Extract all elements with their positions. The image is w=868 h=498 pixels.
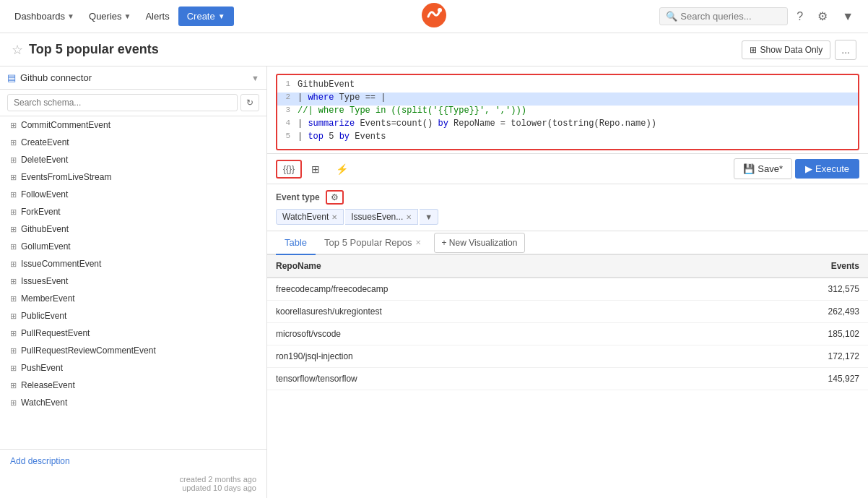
line-content-5: | top 5 by Events [298,132,386,142]
nav-dashboards[interactable]: Dashboards ▼ [9,8,80,25]
schema-item-label: IssueCommentEvent [21,259,101,269]
create-button[interactable]: Create ▼ [178,7,234,26]
line-num-4: 4 [277,119,298,127]
code-line-4: 4 | summarize Events=count() by RepoName… [277,119,858,132]
queries-chevron: ▼ [124,12,131,20]
schema-item-icon: ⊞ [10,121,17,130]
cell-repo-3: ron190/jsql-injection [267,345,704,368]
schema-item-icon: ⊞ [10,173,17,182]
schema-item[interactable]: ⊞GollumEvent [0,238,266,255]
schema-item-icon: ⊞ [10,138,17,147]
save-button[interactable]: 💾 Save* [734,158,792,179]
execute-button[interactable]: ▶ Execute [795,159,859,179]
schema-item[interactable]: ⊞GithubEvent [0,220,266,238]
schema-search-input[interactable] [7,94,238,111]
param-close-1[interactable]: ✕ [406,213,412,221]
search-box: 🔍 [659,7,788,25]
param-values: WatchEvent ✕ IssuesEven... ✕ ▼ [276,209,859,225]
schema-item[interactable]: ⊞FollowEvent [0,186,266,203]
schema-item[interactable]: ⊞PushEvent [0,359,266,377]
table-view-button[interactable]: ⊞ [305,160,326,179]
schema-item[interactable]: ⊞ForkEvent [0,203,266,220]
nav-alerts[interactable]: Alerts [139,8,175,25]
editor-toolbar: {{}} ⊞ ⚡ 💾 Save* ▶ Execute [267,153,868,184]
connector-chevron-icon: ▼ [251,74,259,82]
schema-item[interactable]: ⊞PublicEvent [0,307,266,325]
schema-item[interactable]: ⊞DeleteEvent [0,151,266,168]
tab-table-label: Table [285,237,307,248]
schema-item[interactable]: ⊞ReleaseEvent [0,377,266,394]
param-close-0[interactable]: ✕ [331,213,337,221]
params-button[interactable]: {{}} [276,160,302,179]
nav-queries[interactable]: Queries ▼ [83,8,136,25]
execute-label: Execute [815,163,849,174]
header-more-button[interactable]: ... [835,40,856,60]
col-reponame: RepoName [267,255,704,278]
add-description-link[interactable]: Add description [10,456,70,466]
new-visualization-button[interactable]: + New Visualization [434,233,526,253]
code-line-2: 2 | where Type == | [277,93,858,106]
schema-item-icon: ⊞ [10,190,17,199]
star-icon[interactable]: ☆ [12,42,23,58]
line-content-2: | where Type == | [298,93,386,103]
cell-repo-1: koorellasuresh/ukregiontest [267,301,704,323]
schema-item-icon: ⊞ [10,277,17,286]
schema-item-label: IssuesEvent [21,276,68,286]
lightning-button[interactable]: ⚡ [329,160,355,179]
header-actions: ⊞ Show Data Only ... [742,40,856,60]
schema-item[interactable]: ⊞PullRequestEvent [0,325,266,342]
code-editor[interactable]: 1 GithubEvent 2 | where Type == | 3 //| … [276,74,859,150]
schema-item[interactable]: ⊞IssuesEvent [0,272,266,290]
connector-select[interactable]: ▤ Github connector ▼ [0,66,266,90]
result-tabs: Table Top 5 Popular Repos ✕ + New Visual… [267,231,868,255]
table-icon: ⊞ [311,163,320,175]
cell-events-4: 145,927 [704,368,868,390]
page-header: ☆ Top 5 popular events ⊞ Show Data Only … [0,33,868,66]
sidebar-footer: Add description created 2 months ago upd… [0,449,266,498]
table-row: tensorflow/tensorflow 145,927 [267,368,868,390]
code-lines: 1 GithubEvent 2 | where Type == | 3 //| … [277,75,858,149]
tab-table[interactable]: Table [276,231,316,255]
show-data-only-button[interactable]: ⊞ Show Data Only [742,40,831,59]
line-num-1: 1 [277,80,298,88]
result-table: RepoName Events freecodecamp/freecodecam… [267,255,868,498]
table-row: freecodecamp/freecodecamp 312,575 [267,278,868,301]
refresh-button[interactable]: ↻ [240,94,259,111]
settings-button[interactable]: ⚙ [812,7,833,26]
schema-item-label: PublicEvent [21,311,66,321]
tab-close-icon[interactable]: ✕ [415,239,421,246]
param-value-0: WatchEvent [282,212,329,222]
schema-item-icon: ⊞ [10,364,17,373]
tab-popular-repos[interactable]: Top 5 Popular Repos ✕ [316,231,429,255]
cell-events-3: 172,172 [704,345,868,368]
schema-item[interactable]: ⊞CommitCommentEvent [0,116,266,134]
params-icon: {{}} [283,164,295,174]
param-gear-button[interactable]: ⚙ [326,190,344,205]
schema-item-label: PushEvent [21,363,63,373]
schema-item-icon: ⊞ [10,242,17,252]
schema-item-icon: ⊞ [10,294,17,304]
schema-item[interactable]: ⊞EventsFromLiveStream [0,168,266,186]
cell-repo-4: tensorflow/tensorflow [267,368,704,390]
save-icon: 💾 [743,163,755,174]
more-nav-button[interactable]: ▼ [836,7,859,26]
param-dropdown-button[interactable]: ▼ [420,209,438,225]
show-data-only-label: Show Data Only [760,45,823,55]
schema-item[interactable]: ⊞MemberEvent [0,290,266,307]
schema-item[interactable]: ⊞WatchEvent [0,394,266,411]
main-layout: ▤ Github connector ▼ ↻ ⊞CommitCommentEve… [0,66,868,498]
connector-icon: ▤ [7,72,16,83]
search-input[interactable] [680,11,781,22]
tab-popular-repos-label: Top 5 Popular Repos [324,237,412,248]
schema-item[interactable]: ⊞PullRequestReviewCommentEvent [0,342,266,359]
dashboards-chevron: ▼ [67,12,74,20]
help-button[interactable]: ? [791,7,809,26]
search-icon: 🔍 [666,11,677,22]
schema-item-label: WatchEvent [21,398,67,408]
app-logo [421,2,447,30]
schema-item[interactable]: ⊞CreateEvent [0,134,266,151]
line-num-3: 3 [277,106,298,114]
updated-timestamp: updated 10 days ago [10,484,256,492]
schema-item-label: CreateEvent [21,137,69,147]
schema-item[interactable]: ⊞IssueCommentEvent [0,255,266,272]
